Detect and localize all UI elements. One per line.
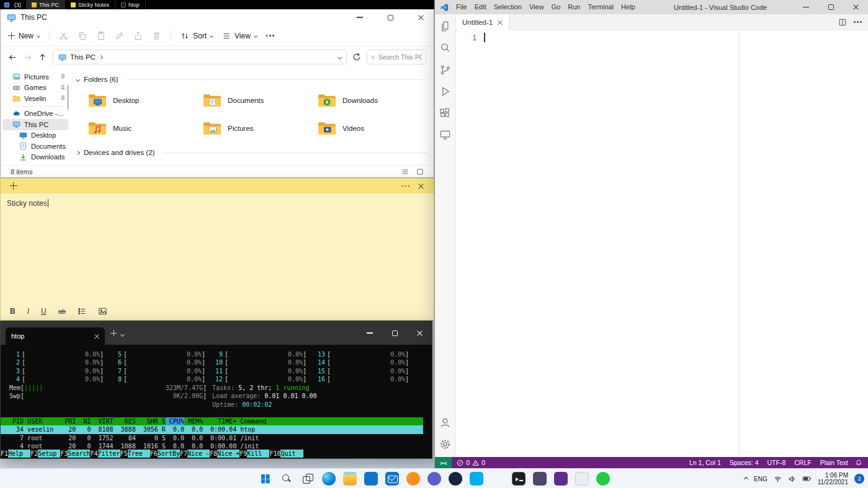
- breadcrumb-chevron-icon[interactable]: [99, 55, 103, 59]
- breadcrumb[interactable]: This PC: [70, 53, 96, 61]
- folder-tile-desktop[interactable]: Desktop: [87, 89, 202, 112]
- cursor-position[interactable]: Ln 1, Col 1: [685, 459, 725, 466]
- folder-tile-documents[interactable]: Documents: [202, 89, 317, 112]
- group-tab-htop[interactable]: htop: [115, 0, 146, 9]
- eol-sequence[interactable]: CRLF: [790, 459, 815, 466]
- sidebar-item-games[interactable]: Games: [2, 82, 68, 94]
- battery-icon[interactable]: [802, 475, 812, 482]
- more-options-button[interactable]: [266, 35, 274, 37]
- bullet-list-button[interactable]: [78, 307, 86, 316]
- refresh-button[interactable]: [352, 53, 361, 61]
- remote-indicator-button[interactable]: ><: [435, 457, 452, 468]
- folder-tile-music[interactable]: Music: [87, 117, 202, 140]
- run-and-debug-icon[interactable]: [439, 85, 452, 98]
- menubar-item[interactable]: Edit: [471, 0, 490, 14]
- notifications-bell-icon[interactable]: [852, 459, 868, 466]
- close-button[interactable]: [843, 0, 868, 14]
- devices-group-header[interactable]: Devices and drives (2): [76, 147, 427, 158]
- taskbar-app-button[interactable]: [574, 471, 590, 487]
- language-indicator[interactable]: ENG: [754, 476, 767, 482]
- taskbar-app-button[interactable]: [553, 471, 569, 487]
- tab-dropdown-button[interactable]: [121, 327, 124, 339]
- maximize-button[interactable]: [382, 321, 407, 345]
- new-note-button[interactable]: [6, 179, 21, 193]
- search-input[interactable]: [378, 53, 422, 61]
- back-button[interactable]: [8, 53, 17, 62]
- wifi-icon[interactable]: [774, 475, 782, 483]
- close-button[interactable]: [407, 321, 432, 345]
- taskbar-app-button[interactable]: [363, 471, 379, 487]
- folder-tile-downloads[interactable]: Downloads: [317, 89, 432, 112]
- menubar-item[interactable]: Selection: [490, 0, 526, 14]
- sidebar-item-onedrive[interactable]: OneDrive - Personal: [2, 109, 68, 120]
- maximize-button[interactable]: [818, 0, 843, 14]
- taskbar-app-button[interactable]: [321, 471, 337, 487]
- minimize-button[interactable]: [357, 321, 382, 345]
- taskbar-app-button[interactable]: [511, 471, 527, 487]
- note-text-area[interactable]: Sticky notes: [1, 193, 434, 303]
- address-bar[interactable]: This PC: [53, 50, 347, 64]
- menubar-item[interactable]: Go: [548, 0, 565, 14]
- more-actions-button[interactable]: [854, 21, 862, 23]
- taskbar-app-button[interactable]: [468, 471, 485, 487]
- taskbar-app-button[interactable]: [532, 471, 548, 487]
- tray-overflow-chevron-icon[interactable]: [744, 476, 748, 481]
- sidebar-item-this-pc[interactable]: This PC: [2, 119, 68, 130]
- notification-count-badge[interactable]: 2: [854, 474, 864, 484]
- language-mode[interactable]: Plain Text: [816, 459, 852, 466]
- taskbar-app-button[interactable]: [490, 471, 506, 487]
- note-menu-button[interactable]: [398, 179, 413, 193]
- taskbar-app-button[interactable]: [384, 471, 400, 487]
- share-button[interactable]: [133, 31, 143, 40]
- settings-gear-icon[interactable]: [439, 438, 452, 451]
- sidebar-scrollbar[interactable]: [67, 85, 69, 110]
- menubar-item[interactable]: View: [526, 0, 548, 14]
- address-dropdown-icon[interactable]: [338, 55, 342, 59]
- rename-button[interactable]: [115, 31, 124, 40]
- volume-icon[interactable]: [788, 475, 796, 483]
- view-button[interactable]: View: [222, 32, 257, 40]
- cut-button[interactable]: [59, 31, 68, 40]
- add-image-button[interactable]: [98, 307, 107, 316]
- terminal-tab-htop[interactable]: htop: [6, 327, 105, 345]
- italic-button[interactable]: I: [27, 307, 29, 316]
- menubar-item[interactable]: Run: [564, 0, 584, 14]
- minimize-button[interactable]: [794, 0, 818, 14]
- bold-button[interactable]: B: [10, 307, 16, 316]
- search-view-icon[interactable]: [439, 42, 452, 55]
- sidebar-item-pictures[interactable]: Pictures: [2, 71, 68, 82]
- editor-tab-untitled-1[interactable]: Untitled-1: [456, 14, 509, 30]
- taskbar-app-button[interactable]: [595, 471, 611, 487]
- delete-button[interactable]: [152, 31, 161, 40]
- large-icons-view-button[interactable]: [416, 168, 424, 175]
- search-box[interactable]: [367, 50, 426, 64]
- sidebar-item-desktop[interactable]: Desktop: [2, 130, 68, 141]
- close-tab-icon[interactable]: [498, 20, 503, 25]
- clock[interactable]: 1:06 PM 11/22/2021: [818, 472, 848, 486]
- problems-button[interactable]: 0 0: [452, 459, 490, 466]
- taskbar-app-button[interactable]: [257, 471, 274, 487]
- taskbar-app-button[interactable]: [300, 471, 316, 487]
- folders-group-header[interactable]: Folders (6): [76, 74, 427, 85]
- close-tab-icon[interactable]: [94, 334, 99, 339]
- folder-tile-videos[interactable]: Videos: [317, 117, 432, 140]
- close-note-button[interactable]: [413, 179, 428, 193]
- encoding[interactable]: UTF-8: [763, 459, 790, 466]
- taskbar-app-button[interactable]: [279, 471, 295, 487]
- menubar-item[interactable]: Terminal: [584, 0, 618, 14]
- group-tab-this-pc[interactable]: This PC: [26, 0, 65, 9]
- menubar-item[interactable]: Help: [617, 0, 639, 14]
- indentation[interactable]: Spaces: 4: [725, 459, 763, 466]
- accounts-icon[interactable]: [439, 416, 452, 429]
- taskbar-app-button[interactable]: [426, 471, 442, 487]
- folder-tile-pictures[interactable]: Pictures: [202, 117, 317, 140]
- new-tab-button[interactable]: [110, 327, 117, 339]
- close-button[interactable]: [408, 9, 434, 25]
- copy-button[interactable]: [78, 31, 87, 40]
- taskbar-app-button[interactable]: [405, 471, 421, 487]
- details-view-button[interactable]: [401, 168, 409, 175]
- maximize-button[interactable]: [377, 9, 403, 25]
- taskbar-app-button[interactable]: [447, 471, 463, 487]
- sidebar-item-veselin[interactable]: Veselin: [2, 93, 68, 104]
- explorer-view-icon[interactable]: [439, 20, 452, 33]
